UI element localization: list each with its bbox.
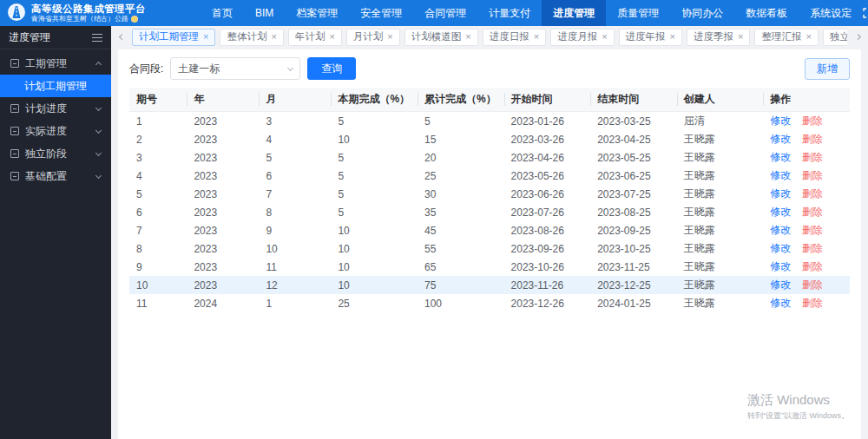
add-button[interactable]: 新增 xyxy=(805,58,850,80)
fullscreen-icon[interactable] xyxy=(863,8,868,18)
tab[interactable]: 进度日报 xyxy=(483,29,546,46)
tab-close-icon[interactable] xyxy=(534,32,539,42)
delete-link[interactable]: 删除 xyxy=(802,169,823,181)
edit-link[interactable]: 修改 xyxy=(770,187,791,200)
tab-bar: 计划工期管理 整体计划 年计划 xyxy=(111,26,868,48)
sidebar-item-basic-config[interactable]: 基础配置 xyxy=(0,165,111,187)
cell-total-pct: 25 xyxy=(418,167,504,185)
cell-total-pct: 65 xyxy=(418,258,504,276)
tab-close-icon[interactable] xyxy=(329,32,334,42)
tab-close-icon[interactable] xyxy=(738,32,743,42)
nav-item[interactable]: BIM xyxy=(244,0,285,26)
nav-item[interactable]: 首页 xyxy=(201,0,244,26)
edit-link[interactable]: 修改 xyxy=(770,278,791,291)
nav-item[interactable]: 质量管理 xyxy=(606,0,670,26)
table-row[interactable]: 9 2023 11 10 65 2023-10-26 2023-11-25 王晓… xyxy=(129,258,850,276)
tab-scroll-right-icon[interactable] xyxy=(852,29,864,46)
cell-year: 2023 xyxy=(187,276,259,294)
tab-close-icon[interactable] xyxy=(387,32,392,42)
sidebar-subitem-plan-duration-mgmt[interactable]: 计划工期管理 xyxy=(0,75,111,97)
edit-link[interactable]: 修改 xyxy=(770,169,791,181)
tab[interactable]: 进度季报 xyxy=(687,29,750,46)
table-row[interactable]: 2 2023 4 10 15 2023-03-26 2023-04-25 王晓露… xyxy=(129,130,850,148)
tab[interactable]: 进度年报 xyxy=(619,29,682,46)
edit-link[interactable]: 修改 xyxy=(770,260,791,272)
cell-total-pct: 5 xyxy=(418,112,504,131)
nav-item[interactable]: 合同管理 xyxy=(413,0,477,26)
delete-link[interactable]: 删除 xyxy=(802,297,823,309)
tab[interactable]: 计划横道图 xyxy=(404,29,478,46)
edit-link[interactable]: 修改 xyxy=(770,297,791,309)
table-row[interactable]: 8 2023 10 10 55 2023-09-26 2023-10-25 王晓… xyxy=(129,239,850,258)
table-row[interactable]: 4 2023 6 5 25 2023-05-26 2023-06-25 王晓露 … xyxy=(129,167,850,185)
table-row[interactable]: 7 2023 9 10 45 2023-08-26 2023-09-25 王晓露… xyxy=(129,221,850,239)
tab[interactable]: 年计划 xyxy=(288,29,342,46)
tab-close-icon[interactable] xyxy=(271,32,276,42)
delete-link[interactable]: 删除 xyxy=(802,206,823,218)
delete-link[interactable]: 删除 xyxy=(802,224,823,236)
nav-item[interactable]: 协同办公 xyxy=(670,0,734,26)
delete-link[interactable]: 删除 xyxy=(802,278,823,291)
folder-icon xyxy=(10,59,19,68)
nav-item[interactable]: 档案管理 xyxy=(285,0,349,26)
delete-link[interactable]: 删除 xyxy=(802,151,823,163)
contract-section-label: 合同段: xyxy=(129,62,163,76)
nav-item[interactable]: 数据看板 xyxy=(734,0,799,26)
edit-link[interactable]: 修改 xyxy=(770,115,791,127)
table-row[interactable]: 1 2023 3 5 5 2023-01-26 2023-03-25 屈清 修改 xyxy=(129,112,850,131)
tab[interactable]: 进度月报 xyxy=(550,29,614,46)
tab[interactable]: 独立阶段计划 xyxy=(823,29,847,46)
edit-link[interactable]: 修改 xyxy=(770,242,791,254)
delete-link[interactable]: 删除 xyxy=(802,242,823,254)
edit-link[interactable]: 修改 xyxy=(770,206,791,218)
tab-label: 进度日报 xyxy=(490,30,529,43)
table-row[interactable]: 3 2023 5 5 20 2023-04-26 2023-05-25 王晓露 … xyxy=(129,148,850,167)
tab[interactable]: 计划工期管理 xyxy=(132,29,215,46)
sidebar-item-duration-mgmt[interactable]: 工期管理 xyxy=(0,52,111,75)
nav-item[interactable]: 系统设定 xyxy=(799,0,863,26)
chevron-down-icon xyxy=(95,149,102,155)
delete-link[interactable]: 删除 xyxy=(802,115,823,127)
tab-scroll-left-icon[interactable] xyxy=(115,29,128,46)
sidebar-collapse-icon[interactable] xyxy=(92,34,102,42)
delete-link[interactable]: 删除 xyxy=(802,187,823,200)
chevron-down-icon xyxy=(287,64,293,70)
cell-year: 2023 xyxy=(187,112,259,131)
search-button[interactable]: 查询 xyxy=(307,57,356,80)
table-row[interactable]: 6 2023 8 5 35 2023-07-26 2023-08-25 王晓露 … xyxy=(129,203,850,221)
tab[interactable]: 整理汇报 xyxy=(754,29,818,46)
tab-close-icon[interactable] xyxy=(203,32,208,42)
cell-year: 2024 xyxy=(187,294,259,312)
table-row[interactable]: 10 2023 12 10 75 2023-11-26 2023-12-25 王… xyxy=(129,276,850,294)
cell-current-pct: 5 xyxy=(331,112,418,131)
tab-close-icon[interactable] xyxy=(465,32,470,42)
app-subtitle: 青海省共和至玉树（结古）公路 xyxy=(31,15,128,23)
cell-end-time: 2023-03-25 xyxy=(590,112,677,131)
tab-label: 整理汇报 xyxy=(761,30,801,43)
delete-link[interactable]: 删除 xyxy=(802,133,823,145)
edit-link[interactable]: 修改 xyxy=(770,224,791,236)
table-row[interactable]: 5 2023 7 5 30 2023-06-26 2023-07-25 王晓露 … xyxy=(129,185,850,203)
delete-link[interactable]: 删除 xyxy=(802,260,823,272)
nav-item[interactable]: 计量支付 xyxy=(477,0,542,26)
nav-item[interactable]: 进度管理 xyxy=(542,0,606,26)
edit-link[interactable]: 修改 xyxy=(770,133,791,145)
nav-item[interactable]: 安全管理 xyxy=(349,0,413,26)
cell-start-time: 2023-10-26 xyxy=(504,258,591,276)
cell-year: 2023 xyxy=(187,203,259,221)
cell-total-pct: 35 xyxy=(418,203,504,221)
tab-close-icon[interactable] xyxy=(806,32,811,42)
sidebar-item-actual-progress[interactable]: 实际进度 xyxy=(0,120,111,142)
edit-link[interactable]: 修改 xyxy=(770,151,791,163)
tab[interactable]: 整体计划 xyxy=(220,29,283,46)
tab-close-icon[interactable] xyxy=(602,32,607,42)
sidebar-item-plan-progress[interactable]: 计划进度 xyxy=(0,97,111,120)
cell-end-time: 2024-01-25 xyxy=(590,294,677,312)
sidebar-item-independent-stage[interactable]: 独立阶段 xyxy=(0,142,111,165)
tab-close-icon[interactable] xyxy=(670,32,675,42)
contract-section-select[interactable]: 土建一标 xyxy=(170,57,300,80)
tab[interactable]: 月计划 xyxy=(346,29,400,46)
table-row[interactable]: 11 2024 1 25 100 2023-12-26 2024-01-25 王… xyxy=(129,294,850,312)
content-card: 合同段: 土建一标 查询 新增 xyxy=(118,49,861,439)
cell-current-pct: 10 xyxy=(331,130,418,148)
